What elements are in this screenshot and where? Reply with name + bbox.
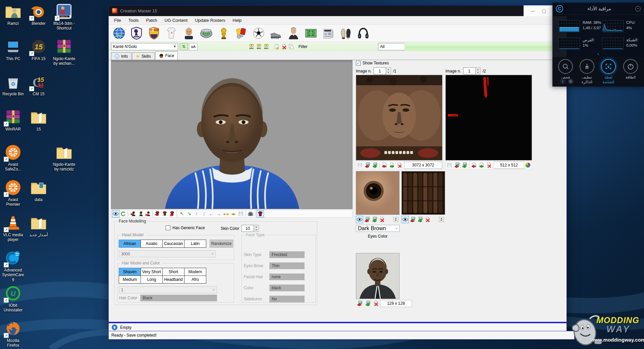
spinner-down[interactable]: ▼ [254, 229, 259, 232]
hair-model-combobox[interactable]: 1 ∨ [119, 286, 217, 293]
hair-model-medium[interactable]: Medium [119, 276, 141, 284]
tab-skills[interactable]: ★ Skills [132, 52, 155, 60]
delete-entry-icon[interactable] [280, 43, 287, 50]
gk-gloves-toolbar-icon[interactable] [339, 26, 353, 40]
desktop-icon-blender[interactable]: ↗Blender [26, 3, 51, 26]
manager-toolbar-icon[interactable] [286, 26, 301, 40]
delete-photo-icon[interactable] [372, 300, 379, 307]
monitor-header[interactable]: C مراقبة الأداء − [552, 3, 644, 15]
menu-update-rosters[interactable]: Update Rosters [191, 16, 229, 24]
chevron-down-icon[interactable]: ⌄ [552, 52, 644, 56]
premier-league-toolbar-icon[interactable] [129, 26, 144, 40]
newspaper-toolbar-icon[interactable] [321, 26, 335, 40]
desktop-icon-advanced-systemcare-9[interactable]: ↗Advanced SystemCare 9 [1, 249, 25, 282]
image2-spinner[interactable]: 1 ▲▼ [463, 67, 481, 74]
thumb-spinner-icon[interactable] [392, 216, 399, 223]
face-type-value-dropdown[interactable]: No [269, 296, 305, 302]
head-model-african[interactable]: African [119, 240, 141, 248]
memory-clean-button[interactable]: تنظيف الذاكرة [577, 59, 597, 85]
spinner-down[interactable]: ▼ [386, 71, 391, 74]
face-type-value-dropdown[interactable]: black [269, 285, 305, 291]
import-photo-icon[interactable] [356, 300, 363, 307]
ball-toolbar-icon[interactable] [252, 26, 266, 40]
expand-icon[interactable] [112, 325, 117, 330]
desktop-icon-avast-premier[interactable]: ↗Avast Premier [1, 179, 25, 207]
desktop-icon-avast-safezo-[interactable]: ↗Avast SafeZo... [1, 144, 25, 172]
sync-button[interactable]: ⇅ [180, 43, 188, 50]
export-image-icon[interactable] [461, 161, 468, 169]
screenshot-button[interactable]: لقطة للشاشة [598, 59, 619, 85]
export-jersey-icon[interactable] [161, 210, 168, 217]
export-texture-icon[interactable] [478, 161, 485, 169]
delete-jersey-icon[interactable] [168, 210, 176, 217]
hair-model-long[interactable]: Long [141, 276, 163, 284]
secondary-texture-preview[interactable] [445, 75, 532, 160]
zoom-out-icon[interactable]: ◂▸ [230, 210, 237, 217]
hair-model-modern[interactable]: Modern [184, 268, 206, 276]
save-texture-icon[interactable] [356, 161, 364, 169]
hair-model-short[interactable]: Short [162, 268, 184, 276]
import-texture-icon[interactable] [470, 161, 478, 169]
refresh-icon[interactable] [119, 210, 127, 217]
face-type-value-dropdown[interactable]: Freckled [269, 251, 305, 258]
import-image-icon[interactable] [453, 161, 461, 169]
desktop-icon-15[interactable]: 15 [26, 108, 51, 132]
delete-thumb-icon[interactable] [378, 216, 385, 223]
export-head-icon[interactable] [137, 210, 144, 217]
import-image-icon[interactable] [364, 161, 371, 169]
export-thumb-icon[interactable] [416, 216, 424, 223]
palette-icon[interactable] [524, 161, 532, 169]
delete-head-icon[interactable] [144, 210, 151, 217]
rotate-downright-icon[interactable]: ↘ [185, 210, 193, 217]
shirt-toolbar-icon[interactable] [164, 26, 178, 40]
desktop-icon-recycle-bin[interactable]: ♻Recycle Bin [1, 73, 25, 96]
import-thumb-icon[interactable] [409, 216, 416, 223]
desktop-icon-this-pc[interactable]: This PC [1, 38, 25, 61]
delete-texture-icon[interactable] [395, 161, 403, 169]
head-model-combobox[interactable]: 3000 ∨ [119, 250, 216, 257]
desktop-icon-iobit-uninstaller[interactable]: U↗IObit Uninstaller [1, 285, 25, 313]
delete-thumb-icon[interactable] [424, 216, 431, 223]
toggle-thumb-icon[interactable] [401, 216, 409, 223]
menu-tools[interactable]: Tools [125, 16, 142, 24]
desktop-icon-أصدار-جديد[interactable]: أصدار جديد [26, 214, 51, 237]
power-button[interactable]: الطاقة [620, 59, 641, 80]
move-down-icon[interactable]: ↓ [200, 210, 208, 217]
face-3d-viewport[interactable] [111, 60, 353, 209]
hair-model-headband[interactable]: Headband [162, 276, 184, 284]
zoom-in-icon[interactable]: ▸◂ [222, 210, 230, 217]
thumb-spinner-icon[interactable] [438, 216, 445, 223]
export-photo-icon[interactable] [364, 300, 371, 307]
desktop-icon-vlc-media-player[interactable]: ↗VLC media player [1, 214, 25, 242]
import-thumb-icon[interactable] [363, 216, 371, 223]
spinner-down[interactable]: ▼ [476, 71, 480, 74]
spinner-up[interactable]: ▲ [254, 225, 259, 229]
export-image-icon[interactable] [371, 161, 378, 169]
import-texture-icon[interactable] [381, 161, 388, 169]
menu-file[interactable]: File [110, 16, 125, 24]
stadium-toolbar-icon[interactable] [199, 26, 213, 40]
scan-button[interactable]: فحص [555, 59, 576, 80]
skin-color-spinner[interactable]: 10 ▲▼ [241, 225, 259, 232]
globe-toolbar-icon[interactable] [112, 26, 126, 40]
player-photo[interactable] [356, 253, 399, 299]
world-cup-toolbar-icon[interactable] [217, 26, 231, 40]
referee-cards-toolbar-icon[interactable] [234, 26, 248, 40]
desktop-icon-cm-15[interactable]: C15M↗CM 15 [26, 73, 51, 96]
maximize-button[interactable]: ▢ [542, 8, 546, 13]
head-model-asiatic[interactable]: Asiatic [141, 240, 163, 248]
desktop-icon-data[interactable]: data [26, 179, 51, 202]
find-prev-icon[interactable]: abc [263, 43, 270, 50]
head-model-latin[interactable]: Latin [184, 240, 206, 248]
randomize-button[interactable]: Randomize [210, 240, 233, 248]
delete-texture-icon[interactable] [485, 161, 492, 169]
image1-spinner[interactable]: 1 ▲▼ [374, 67, 391, 74]
desktop-icon-winrar[interactable]: ↗WinRAR [1, 108, 25, 132]
pitch-toolbar-icon[interactable] [304, 26, 318, 40]
tab-face[interactable]: Face [155, 51, 178, 60]
face-type-value-dropdown[interactable]: Thin [269, 262, 305, 269]
desktop-icon-ngolo-kante-by-ramzidz[interactable]: Ngolo-Kante by ramzidz [52, 144, 76, 172]
tab-info[interactable]: i Info [111, 52, 131, 60]
desktop-icon-fifa14-3dm-shortcut[interactable]: FIFA 14↗fifa14-3dm - Shortcut [52, 3, 76, 31]
spinner-up[interactable]: ▲ [476, 68, 480, 71]
